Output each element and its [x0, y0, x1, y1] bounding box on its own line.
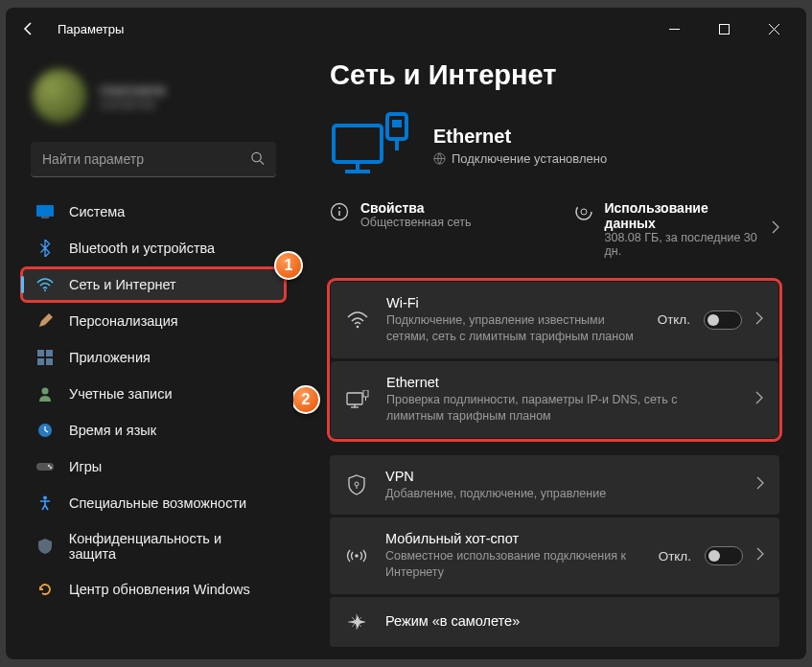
card-ethernet[interactable]: Ethernet Проверка подлинности, параметры…: [331, 361, 778, 438]
card-wifi[interactable]: Wi-Fi Подключение, управление известными…: [331, 282, 778, 358]
svg-point-15: [50, 467, 52, 469]
svg-rect-10: [46, 358, 53, 365]
vpn-icon: [345, 473, 368, 496]
arrow-left-icon: [21, 21, 36, 36]
connection-name: Ethernet: [433, 126, 607, 148]
window-controls: [653, 14, 795, 43]
sidebar-item-time[interactable]: Время и язык: [21, 413, 286, 448]
svg-point-6: [44, 289, 46, 291]
airplane-icon: [345, 610, 368, 633]
svg-point-27: [576, 204, 592, 219]
sidebar-item-bluetooth[interactable]: Bluetooth и устройства: [21, 231, 286, 265]
avatar: [33, 69, 86, 123]
sidebar-item-games[interactable]: Игры: [21, 449, 286, 484]
card-title: Ethernet: [386, 375, 738, 390]
card-sub: Совместное использование подключения к И…: [385, 548, 641, 581]
settings-window: Параметры Username user@mail: [6, 8, 806, 659]
svg-point-35: [355, 482, 359, 486]
card-title: Wi-Fi: [386, 295, 640, 310]
svg-rect-5: [41, 217, 49, 218]
svg-line-3: [260, 160, 264, 164]
user-name: Username: [100, 81, 166, 98]
hotspot-toggle[interactable]: [705, 546, 743, 565]
card-end: Откл.: [659, 546, 764, 565]
card-end: [755, 391, 763, 408]
network-status: Ethernet Подключение установлено: [330, 112, 779, 179]
nav-label: Конфиденциальность и защита: [69, 531, 270, 562]
card-airplane[interactable]: Режим «в самолете»: [330, 597, 779, 647]
sidebar-item-accounts[interactable]: Учетные записи: [21, 377, 286, 411]
step-badge-2: 2: [293, 385, 320, 414]
nav-label: Время и язык: [69, 423, 156, 438]
card-list: Wi-Fi Подключение, управление известными…: [330, 281, 779, 647]
search-input[interactable]: [31, 142, 276, 177]
system-icon: [36, 203, 54, 220]
data-usage-icon: [574, 202, 593, 221]
wifi-toggle[interactable]: [704, 310, 742, 330]
chevron-right-icon: [756, 547, 764, 564]
accounts-icon: [36, 385, 54, 402]
search-wrap: [31, 142, 276, 177]
sidebar-item-system[interactable]: Система: [21, 195, 286, 229]
connection-sub: Подключение установлено: [433, 151, 607, 166]
nav-label: Учетные записи: [69, 386, 173, 402]
privacy-icon: [36, 538, 54, 555]
sidebar-item-network-wrap: Сеть и Интернет 1: [21, 267, 286, 302]
games-icon: [36, 458, 54, 475]
chevron-right-icon: [755, 391, 763, 408]
card-text: Мобильный хот-спот Совместное использова…: [385, 531, 641, 581]
svg-point-29: [357, 326, 360, 329]
card-title: Мобильный хот-спот: [385, 531, 641, 546]
svg-rect-33: [363, 390, 368, 397]
close-button[interactable]: [753, 14, 795, 43]
props-title: Свойства: [360, 200, 471, 216]
svg-point-2: [252, 152, 261, 161]
nav-label: Система: [69, 204, 125, 219]
svg-rect-17: [334, 126, 382, 162]
sidebar-item-update[interactable]: Центр обновления Windows: [21, 572, 286, 607]
globe-icon: [433, 152, 446, 165]
sidebar: Username user@mail Система Bluetooth и у…: [6, 50, 293, 659]
user-text: Username user@mail: [100, 81, 166, 111]
back-button[interactable]: [17, 17, 40, 40]
sidebar-item-personalize[interactable]: Персонализация: [21, 304, 286, 338]
step-badge-1: 1: [274, 251, 303, 280]
toggle-label: Откл.: [659, 549, 691, 564]
card-hotspot[interactable]: Мобильный хот-спот Совместное использова…: [330, 518, 779, 594]
sidebar-item-accessibility[interactable]: Специальные возможности: [21, 486, 286, 520]
svg-point-14: [48, 465, 50, 467]
svg-rect-9: [37, 358, 44, 365]
main-content: Сеть и Интернет Ethernet Подключение уст…: [293, 50, 806, 659]
info-text: Свойства Общественная сеть: [360, 200, 471, 229]
card-vpn[interactable]: VPN Добавление, подключение, управление: [330, 455, 779, 516]
sidebar-item-apps[interactable]: Приложения: [21, 340, 286, 375]
card-sub: Проверка подлинности, параметры IP-и DNS…: [386, 392, 738, 425]
apps-icon: [36, 349, 54, 366]
svg-rect-30: [347, 393, 362, 404]
chevron-right-icon: [755, 311, 763, 329]
sidebar-item-network[interactable]: Сеть и Интернет: [21, 267, 286, 302]
svg-point-16: [43, 496, 47, 500]
card-end: [756, 476, 764, 494]
bluetooth-icon: [36, 240, 54, 257]
svg-rect-4: [36, 205, 54, 217]
svg-point-28: [581, 209, 587, 215]
card-end: Откл.: [658, 310, 763, 330]
info-text: Использование данных 308.08 ГБ, за после…: [605, 200, 761, 258]
accessibility-icon: [36, 494, 54, 512]
card-title: VPN: [385, 469, 739, 484]
card-text: Ethernet Проверка подлинности, параметры…: [386, 375, 738, 425]
card-sub: Подключение, управление известными сетям…: [386, 312, 640, 345]
card-text: Wi-Fi Подключение, управление известными…: [386, 295, 640, 345]
maximize-button[interactable]: [703, 14, 745, 43]
properties-link[interactable]: Свойства Общественная сеть: [330, 200, 536, 258]
sidebar-item-privacy[interactable]: Конфиденциальность и защита: [21, 522, 286, 570]
hotspot-icon: [345, 544, 368, 567]
user-block[interactable]: Username user@mail: [13, 61, 293, 142]
data-usage-link[interactable]: Использование данных 308.08 ГБ, за после…: [574, 200, 780, 258]
info-row: Свойства Общественная сеть Использование…: [330, 200, 779, 258]
card-ethernet-wrap: Ethernet Проверка подлинности, параметры…: [331, 361, 778, 438]
minimize-button[interactable]: [653, 14, 695, 43]
info-icon: [330, 202, 349, 221]
update-icon: [36, 581, 54, 598]
